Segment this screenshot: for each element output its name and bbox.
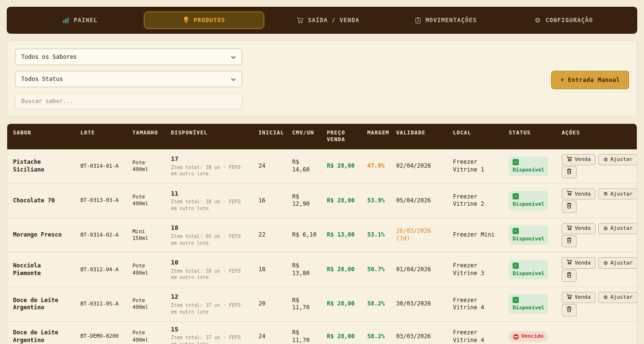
size-label: Mini 150ml bbox=[127, 225, 165, 246]
lot-code: BT-0314-01-A bbox=[75, 159, 127, 173]
status-select[interactable]: Todos Status bbox=[15, 71, 242, 87]
venda-button[interactable]: Venda bbox=[562, 154, 595, 165]
ajustar-button[interactable]: Ajustar bbox=[598, 223, 637, 234]
available-qty: 15 bbox=[171, 326, 247, 334]
sale-price: R$ 28,00 bbox=[321, 262, 361, 278]
gear-icon bbox=[603, 295, 608, 300]
flavor-name: Morango Fresco bbox=[7, 227, 75, 243]
cart-icon bbox=[567, 294, 572, 301]
venda-button[interactable]: Venda bbox=[562, 257, 595, 268]
flavor-name: Doce de Leite Argentino bbox=[7, 293, 75, 316]
cart-icon bbox=[567, 190, 572, 198]
tab-saida-venda[interactable]: SAÍDA / VENDA bbox=[269, 13, 387, 28]
location: Freezer Mini bbox=[447, 227, 503, 243]
cost-per-unit: R$ 13,80 bbox=[286, 258, 321, 281]
gear-icon bbox=[603, 191, 608, 197]
margin-percent: 58.2% bbox=[361, 296, 390, 312]
lot-code: BT-0311-05-A bbox=[75, 297, 127, 311]
trash-icon bbox=[567, 272, 572, 280]
table-row: Doce de Leite Argentino BT-0311-05-A Pot… bbox=[7, 287, 637, 321]
clipboard-icon bbox=[415, 17, 421, 24]
tab-produtos[interactable]: PRODUTOS bbox=[139, 12, 269, 29]
location: Freezer Vitrine 4 bbox=[447, 293, 503, 316]
delete-button[interactable] bbox=[562, 270, 577, 282]
tab-label-produtos: PRODUTOS bbox=[193, 17, 225, 24]
margin-percent: 47.9% bbox=[361, 159, 390, 174]
trash-icon bbox=[567, 202, 572, 211]
status-select-value: Todos Status bbox=[21, 76, 63, 82]
cost-per-unit: R$ 6,10 bbox=[286, 227, 321, 243]
tab-configuracao[interactable]: CONFIGURAÇÃO bbox=[505, 13, 623, 28]
venda-button[interactable]: Venda bbox=[562, 223, 595, 234]
sale-price: R$ 28,00 bbox=[321, 159, 361, 174]
cost-per-unit: R$ 11,70 bbox=[286, 325, 321, 344]
header-validade: VALIDADE bbox=[390, 124, 447, 149]
icecream-icon bbox=[183, 16, 189, 24]
header-inicial: INICIAL bbox=[253, 124, 286, 149]
status-badge: Disponível bbox=[509, 191, 548, 210]
expiry-date: 05/04/2026 bbox=[390, 193, 447, 209]
delete-button[interactable] bbox=[562, 235, 577, 247]
initial-qty: 16 bbox=[253, 193, 286, 209]
size-label: Pote 490ml bbox=[127, 156, 165, 177]
cart-icon bbox=[567, 156, 572, 163]
available-note: Item total: 37 un · FEFO em outro lote bbox=[171, 334, 244, 344]
delete-button[interactable] bbox=[562, 166, 577, 178]
flavor-name: Pistache Siciliano bbox=[7, 155, 75, 177]
manual-entry-button[interactable]: + Entrada Manual bbox=[551, 71, 629, 89]
chevron-down-icon bbox=[231, 53, 236, 60]
ajustar-button[interactable]: Ajustar bbox=[598, 188, 637, 199]
tab-label-saida-venda: SAÍDA / VENDA bbox=[308, 17, 360, 24]
available-qty: 18 bbox=[171, 224, 247, 232]
lot-code: BT-DEMO-8200 bbox=[75, 329, 127, 344]
available-note: Item total: 38 un · FEFO em outro lote bbox=[171, 164, 244, 177]
initial-qty: 20 bbox=[253, 296, 286, 312]
available-note: Item total: 37 un · FEFO em outro lote bbox=[171, 302, 244, 315]
blocked-icon bbox=[513, 334, 519, 340]
ajustar-button[interactable]: Ajustar bbox=[598, 257, 637, 268]
status-label: Disponível bbox=[513, 236, 544, 242]
header-tamanho: TAMANHO bbox=[127, 124, 165, 149]
header-margem: MARGEM bbox=[361, 124, 390, 149]
header-cmv: CMV/UN bbox=[286, 124, 321, 149]
size-label: Pote 490ml bbox=[127, 293, 165, 315]
search-input[interactable] bbox=[15, 93, 242, 109]
gear-icon bbox=[603, 226, 608, 231]
tab-label-painel: PAINEL bbox=[74, 17, 97, 24]
sale-price: R$ 28,00 bbox=[321, 296, 361, 312]
cost-per-unit: R$ 11,70 bbox=[286, 293, 321, 316]
initial-qty: 18 bbox=[253, 262, 286, 278]
header-preco-venda: PREÇO VENDA bbox=[321, 124, 361, 149]
expiry-date: 26/03/2026 (7d) bbox=[390, 224, 447, 246]
initial-qty: 24 bbox=[253, 329, 286, 344]
sale-price: R$ 28,00 bbox=[321, 329, 361, 344]
location: Freezer Vitrine 2 bbox=[447, 189, 503, 212]
flavor-select-value: Todos os Sabores bbox=[21, 53, 77, 60]
margin-percent: 50.7% bbox=[361, 262, 390, 278]
venda-button[interactable]: Venda bbox=[562, 188, 595, 199]
lot-code: BT-0312-04-A bbox=[75, 263, 127, 277]
delete-button[interactable] bbox=[562, 200, 577, 212]
size-label: Pote 490ml bbox=[127, 326, 165, 344]
flavor-name: Doce de Leite Argentino bbox=[7, 325, 75, 344]
size-label: Pote 490ml bbox=[127, 259, 165, 280]
flavor-select[interactable]: Todos os Sabores bbox=[15, 49, 242, 65]
expiry-date: 02/04/2026 bbox=[390, 159, 447, 174]
table-row: Chocolate 70 BT-0313-03-A Pote 490ml 11 … bbox=[7, 183, 637, 218]
status-badge: Disponível bbox=[509, 294, 548, 314]
tab-painel[interactable]: PAINEL bbox=[21, 13, 139, 28]
venda-button[interactable]: Venda bbox=[562, 292, 595, 303]
lot-code: BT-0314-02-A bbox=[75, 228, 127, 242]
status-badge: Vencido bbox=[509, 331, 548, 342]
gear-icon bbox=[603, 261, 608, 266]
ajustar-button[interactable]: Ajustar bbox=[598, 154, 637, 165]
venda-label: Venda bbox=[575, 260, 591, 266]
tab-label-movimentacoes: MOVIMENTAÇÕES bbox=[425, 17, 477, 24]
app-root: PAINEL PRODUTOS SAÍDA / VENDA bbox=[0, 7, 644, 344]
tab-label-configuracao: CONFIGURAÇÃO bbox=[545, 17, 593, 24]
ajustar-button[interactable]: Ajustar bbox=[598, 292, 637, 303]
size-label: Pote 490ml bbox=[127, 190, 165, 212]
tab-movimentacoes[interactable]: MOVIMENTAÇÕES bbox=[387, 13, 505, 28]
chevron-down-icon bbox=[231, 76, 236, 82]
delete-button[interactable] bbox=[562, 304, 577, 316]
